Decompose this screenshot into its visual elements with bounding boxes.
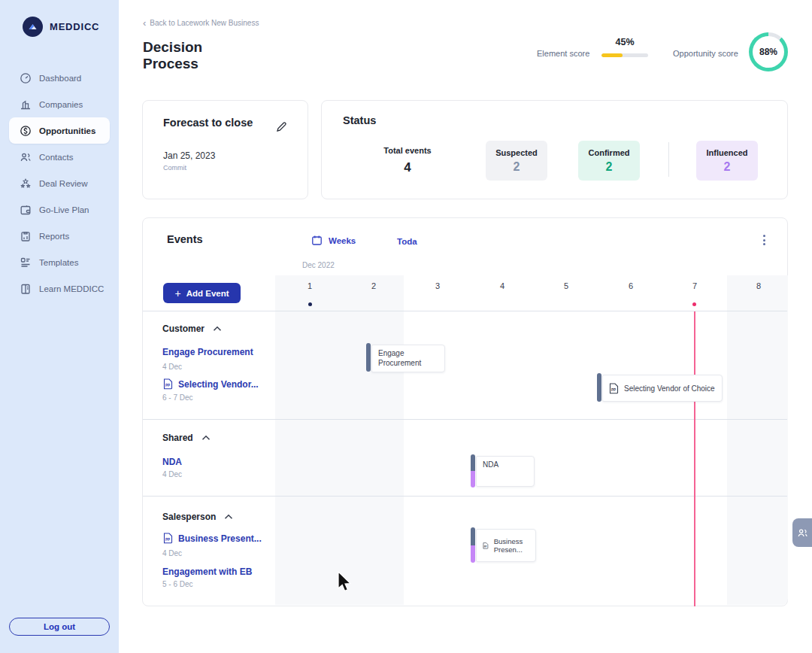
- chevron-up-icon[interactable]: [213, 326, 222, 332]
- suspected-stat: Suspected 2: [486, 141, 547, 181]
- clipboard-icon: [20, 230, 32, 242]
- ppt-file-icon: PP: [483, 540, 489, 551]
- sidebar-item-reports[interactable]: Reports: [0, 223, 119, 249]
- meddicc-logo[interactable]: MEDDICC: [23, 17, 99, 37]
- today-line: [694, 311, 695, 606]
- add-event-button[interactable]: + Add Event: [163, 283, 241, 303]
- influenced-label: Influenced: [706, 148, 747, 157]
- element-score-progressbar: [601, 53, 648, 57]
- sidebar-item-companies[interactable]: Companies: [0, 91, 119, 117]
- gauge-icon: [20, 72, 32, 84]
- row-divider: [143, 311, 787, 311]
- status-card: Status Total events 4 Suspected 2 Confir…: [321, 100, 788, 199]
- events-title: Events: [167, 233, 203, 245]
- event-list-item[interactable]: PP Selecting Vendor...: [163, 378, 259, 390]
- people-icon: [797, 527, 808, 539]
- timeline-event-label: Business Presen...: [494, 537, 529, 554]
- sidebar-item-opportunities[interactable]: Opportunities: [9, 117, 110, 144]
- status-title: Status: [343, 114, 376, 126]
- event-list-item[interactable]: PP Business Present...: [163, 533, 262, 544]
- svg-text:PP: PP: [611, 388, 616, 392]
- sidebar-item-contacts[interactable]: Contacts: [0, 144, 119, 170]
- group-label: Shared: [162, 433, 193, 443]
- meddicc-logo-icon: [23, 17, 43, 37]
- logo-text: MEDDICC: [50, 21, 99, 32]
- status-divider: [668, 142, 669, 177]
- event-list-item[interactable]: Engage Procurement: [162, 347, 253, 357]
- event-bar-shared: [471, 454, 475, 487]
- sidebar: MEDDICC Dashboard Companies Opportunitie…: [0, 0, 119, 653]
- stars-icon: [20, 178, 32, 190]
- opportunity-score-value: 88%: [753, 36, 784, 68]
- sidebar-item-label: Go-Live Plan: [39, 205, 89, 214]
- building-icon: [20, 99, 32, 111]
- sidebar-item-label: Companies: [39, 100, 83, 109]
- sidebar-item-label: Opportunities: [39, 126, 95, 135]
- ppt-file-icon: PP: [163, 533, 173, 544]
- ppt-file-icon: PP: [609, 383, 619, 394]
- total-events-label: Total events: [377, 146, 438, 155]
- group-header-shared: Shared: [162, 433, 211, 443]
- event-list-date: 4 Dec: [162, 549, 182, 557]
- event-list-item[interactable]: NDA: [162, 457, 182, 467]
- influenced-value: 2: [724, 160, 731, 174]
- users-widget-tab[interactable]: [792, 518, 812, 547]
- sidebar-item-label: Templates: [39, 258, 78, 267]
- event-bar-customer: [366, 343, 371, 372]
- column-header: 6: [622, 281, 640, 290]
- events-card: Events Weeks Toda Dec 2022 + Add Event 1…: [142, 217, 788, 606]
- weeks-label: Weeks: [329, 236, 356, 245]
- group-header-customer: Customer: [162, 323, 222, 334]
- weeks-toggle-button[interactable]: Weeks: [311, 235, 356, 246]
- sidebar-item-templates[interactable]: Templates: [0, 249, 119, 275]
- pencil-icon[interactable]: [275, 120, 288, 133]
- event-list-item-label: Business Present...: [178, 533, 262, 544]
- group-label: Customer: [162, 323, 205, 334]
- wallet-icon: [20, 204, 32, 216]
- sidebar-item-label: Dashboard: [39, 74, 81, 83]
- svg-text:PP: PP: [165, 384, 170, 387]
- timeline-event-selecting-vendor[interactable]: PP Selecting Vendor of Choice: [602, 375, 723, 402]
- logout-button[interactable]: Log out: [9, 618, 110, 636]
- sidebar-item-deal-review[interactable]: Deal Review: [0, 170, 119, 196]
- sidebar-nav: Dashboard Companies Opportunities Contac…: [0, 65, 119, 302]
- total-events: Total events 4: [377, 146, 438, 175]
- event-list-item-label: Selecting Vendor...: [178, 379, 259, 390]
- column-header: 4: [493, 281, 511, 290]
- kebab-menu-icon[interactable]: [758, 233, 770, 247]
- sidebar-item-go-live-plan[interactable]: Go-Live Plan: [0, 196, 119, 223]
- influenced-stat: Influenced 2: [696, 141, 758, 181]
- total-events-value: 4: [377, 160, 438, 175]
- today-button[interactable]: Toda: [397, 237, 417, 246]
- plus-icon: +: [174, 288, 180, 299]
- chevron-left-icon: ‹: [143, 20, 146, 27]
- sidebar-item-dashboard[interactable]: Dashboard: [0, 65, 119, 91]
- timeline-weekend-shading: [727, 275, 788, 605]
- event-list-date: 4 Dec: [162, 470, 182, 478]
- column-header: 5: [557, 281, 575, 290]
- timeline-event-nda[interactable]: NDA: [476, 456, 535, 487]
- ppt-file-icon: PP: [163, 378, 173, 390]
- event-list-date: 6 - 7 Dec: [162, 393, 193, 402]
- suspected-value: 2: [514, 160, 520, 174]
- add-event-label: Add Event: [186, 289, 229, 298]
- back-link[interactable]: ‹ Back to Lacework New Business: [143, 19, 259, 27]
- sidebar-item-learn-meddicc[interactable]: Learn MEDDICC: [0, 275, 119, 302]
- suspected-label: Suspected: [495, 148, 538, 157]
- month-label: Dec 2022: [302, 261, 335, 269]
- chevron-up-icon[interactable]: [224, 514, 233, 520]
- start-marker-dot: [308, 302, 312, 306]
- chevron-up-icon[interactable]: [201, 435, 211, 441]
- sidebar-item-label: Contacts: [39, 153, 73, 162]
- timeline-event-business-presentation[interactable]: PP Business Presen...: [476, 529, 536, 562]
- timeline-event-engage-procurement[interactable]: Engage Procurement: [371, 345, 445, 372]
- confirmed-stat: Confirmed 2: [578, 141, 640, 181]
- sidebar-item-label: Reports: [39, 232, 69, 241]
- svg-text:PP: PP: [165, 538, 170, 542]
- opportunity-score-label: Opportunity score: [673, 49, 738, 58]
- column-header: 7: [686, 281, 704, 290]
- element-score-fill: [601, 53, 623, 57]
- event-list-item[interactable]: Engagement with EB: [162, 566, 252, 577]
- event-bar-customer: [597, 373, 601, 402]
- column-header: 1: [301, 281, 319, 290]
